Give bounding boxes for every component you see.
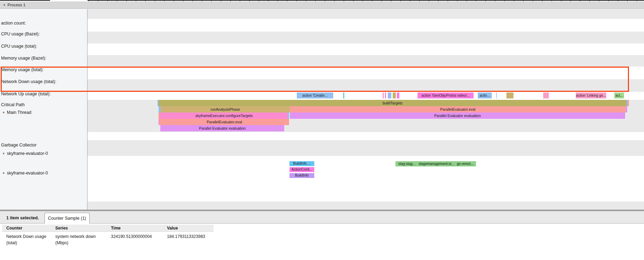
selection-status: 1 item selected.	[6, 215, 39, 220]
track-label-gc[interactable]: Garbage Collector	[1, 143, 36, 148]
collapse-triangle-icon[interactable]: ▾	[3, 111, 5, 114]
table-header-time[interactable]: Time	[111, 226, 121, 231]
track-band-net_down[interactable]	[88, 67, 644, 79]
main-thread-slice-14[interactable]: Parallel Evaluator evaluation	[160, 125, 284, 131]
critical-path-slice-13[interactable]: act...	[614, 93, 624, 98]
ruler-line-left	[0, 0, 50, 1]
table-cell-r0c1[interactable]: system network down(Mbps)	[55, 233, 96, 246]
main-thread-slice-13[interactable]: ParallelEvaluator.eval	[160, 119, 289, 125]
collapse-triangle-icon[interactable]: ▾	[3, 171, 5, 175]
track-band-cpu_bazel[interactable]	[88, 19, 644, 32]
table-header-series[interactable]: Series	[55, 226, 68, 231]
critical-path-slice-8[interactable]: actio...	[478, 93, 492, 98]
critical-path-slice-9[interactable]	[496, 93, 497, 98]
track-band-mem_bazel[interactable]	[88, 43, 644, 55]
skyframe-slice-1[interactable]: ActionConti...	[289, 167, 314, 172]
track-name-net_up: Network Up usage (total):	[1, 91, 51, 96]
critical-path-slice-10[interactable]	[506, 93, 513, 98]
critical-path-slice-2[interactable]	[383, 93, 384, 98]
table-cell-r0c2[interactable]: 324190.51300000004	[111, 233, 152, 240]
main-thread-slice-9[interactable]: skyframeExecutor.configureTargets	[160, 112, 288, 119]
main-thread-slice-6[interactable]: ParallelEvaluator.eval	[290, 106, 626, 112]
skyframe-green-label-2: ge.remot...	[457, 162, 474, 166]
track-sidebar: action count:CPU usage (Bazel):CPU usage…	[0, 9, 88, 210]
track-band-skyframe1[interactable]	[88, 140, 644, 156]
track-label-main_thread[interactable]: ▾Main Thread	[3, 110, 31, 115]
track-label-mem_total[interactable]: Memory usage (total):	[1, 67, 44, 72]
skyframe-green-label-0: stag:stag...	[398, 162, 415, 166]
critical-path-slice-6[interactable]	[397, 93, 399, 98]
track-name-cpu_total: CPU usage (total):	[1, 44, 37, 49]
track-band-mem_total[interactable]	[88, 55, 644, 67]
track-name-cpu_bazel: CPU usage (Bazel):	[1, 32, 40, 36]
track-band-cpu_total[interactable]	[88, 32, 644, 43]
critical-path-slice-5[interactable]	[393, 93, 396, 98]
critical-path-slice-7[interactable]: action 'GenObjcProtos video/...	[418, 93, 474, 98]
critical-path-slice-0[interactable]: action 'Creatin...	[297, 93, 333, 98]
tab-counter-sample[interactable]: Counter Sample (1)	[44, 213, 90, 224]
table-cell-r0c0[interactable]: Network Down usage(total)	[6, 233, 46, 246]
track-label-skyframe2[interactable]: ▾skyframe-evaluator-0	[3, 171, 48, 176]
skyframe-slice-0[interactable]: BuildInfo ...	[289, 161, 314, 166]
track-band-gc[interactable]	[88, 132, 644, 140]
track-name-gc: Garbage Collector	[1, 143, 36, 148]
track-name-mem_bazel: Memory usage (Bazel):	[1, 56, 46, 61]
main-thread-slice-5[interactable]: runAnalysisPhase	[161, 106, 290, 112]
track-label-net_up[interactable]: Network Up usage (total):	[1, 91, 51, 96]
main-thread-slice-3[interactable]	[628, 100, 629, 106]
track-label-skyframe1[interactable]: ▾skyframe-evaluator-0	[3, 151, 48, 156]
table-header-value[interactable]: Value	[167, 226, 178, 231]
table-header-row: CounterSeriesTimeValue	[2, 225, 214, 232]
trace-viewer-window: ▾Process 1 action count:CPU usage (Bazel…	[0, 0, 644, 260]
track-label-net_down[interactable]: Network Down usage (total):	[1, 79, 56, 84]
track-label-cpu_total[interactable]: CPU usage (total):	[1, 44, 37, 49]
track-label-mem_bazel[interactable]: Memory usage (Bazel):	[1, 56, 46, 61]
time-ruler[interactable]	[88, 0, 644, 1]
critical-path-slice-1[interactable]	[343, 93, 344, 98]
details-panel-header	[0, 211, 644, 224]
collapse-triangle-icon[interactable]: ▾	[3, 152, 5, 155]
track-name-action_count: action count:	[1, 21, 26, 26]
track-label-cpu_bazel[interactable]: CPU usage (Bazel):	[1, 32, 40, 36]
track-label-critical_path[interactable]: Critical Path	[1, 102, 24, 107]
critical-path-slice-3[interactable]	[385, 93, 386, 98]
main-thread-slice-1[interactable]: buildTargets	[159, 100, 626, 106]
table-cell-r0c3[interactable]: 184.1793113323983	[167, 233, 205, 240]
skyframe-green-label-1: stagemanagement:st...	[419, 162, 454, 166]
track-band-cpu_heavy[interactable]	[88, 201, 644, 210]
track-name-main_thread: Main Thread	[7, 110, 31, 115]
track-name-critical_path: Critical Path	[1, 102, 24, 107]
main-thread-slice-7[interactable]	[626, 106, 627, 112]
track-name-net_down: Network Down usage (total):	[1, 79, 56, 84]
main-thread-slice-10[interactable]	[288, 112, 289, 119]
main-thread-slice-11[interactable]: Parallel Evaluator evaluation	[290, 112, 625, 119]
track-band-skyframe2[interactable]	[88, 156, 644, 201]
track-name-skyframe1: skyframe-evaluator-0	[7, 151, 48, 156]
track-band-critical_path[interactable]	[88, 92, 644, 100]
collapse-triangle-icon[interactable]: ▾	[4, 3, 5, 7]
critical-path-slice-12[interactable]: action 'Linking go...	[576, 93, 606, 98]
counter-sample-table: CounterSeriesTimeValue Network Down usag…	[2, 224, 214, 258]
skyframe-slice-2[interactable]: BuildInfo	[289, 173, 314, 178]
track-label-action_count[interactable]: action count:	[1, 21, 26, 26]
table-header-counter[interactable]: Counter	[6, 226, 22, 231]
track-band-action_count[interactable]	[88, 9, 644, 19]
track-band-net_up[interactable]	[88, 79, 644, 92]
process-group-header[interactable]: ▾Process 1	[0, 1, 644, 9]
critical-path-slice-11[interactable]	[543, 93, 549, 98]
track-name-mem_total: Memory usage (total):	[1, 67, 44, 72]
critical-path-slice-4[interactable]	[388, 93, 391, 98]
process-title: Process 1	[8, 3, 26, 7]
track-name-skyframe2: skyframe-evaluator-0	[7, 171, 48, 176]
